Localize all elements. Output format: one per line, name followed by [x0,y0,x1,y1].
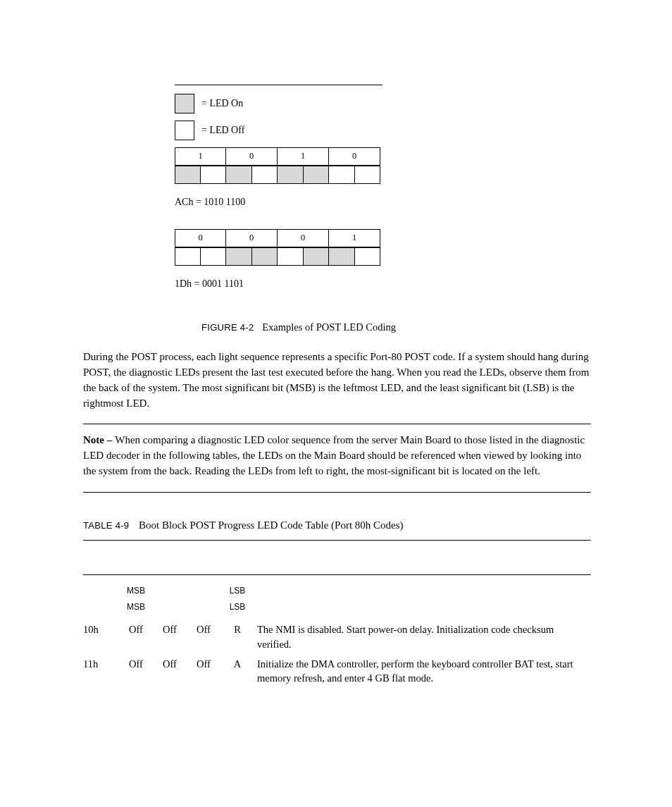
post-led-paragraph: During the POST process, each light sequ… [83,350,591,411]
segment2-label: 1Dh = 0001 1101 [175,277,591,291]
nibble-top-cell: 0 [226,229,278,247]
note-top-rule [83,424,591,424]
nibble1-top-row: 1010 [175,147,380,166]
nibble-bot-cell [329,166,355,184]
nibble-bot-cell [226,247,252,266]
note-lead: Note – [83,434,112,445]
nibble-bot-cell [175,166,201,184]
nibble-top-cell: 0 [175,229,226,247]
page: = LED On = LED Off 1010 ACh = 1010 1100 … [0,0,672,807]
cell-led: Off [122,620,156,654]
nibble-bot-cell [201,247,227,266]
cell-led: Off [156,620,189,654]
segment1-label: ACh = 1010 1100 [175,195,591,209]
table-caption: TABLE 4-9 Boot Block POST Progress LED C… [83,518,591,533]
note-bottom-rule [83,492,591,493]
table-head-row-1: MSB LSB [83,575,591,598]
nibble-bot-cell [304,166,330,184]
figure-led-coding: = LED On = LED Off 1010 ACh = 1010 1100 … [175,85,591,334]
cell-led: A [223,654,257,689]
figure-number: FIGURE 4-2 [201,322,254,333]
figure-title: Examples of POST LED Coding [262,321,396,333]
nibble-bot-cell [226,166,252,184]
table-row: 11hOffOffOffAInitialize the DMA controll… [83,654,591,689]
col-blank1 [156,575,189,598]
legend-swatch-off [175,121,194,140]
nibble-bot-cell [304,247,330,266]
table-rule-heavy [83,540,591,541]
table-head-row-2: MSB LSB [83,598,591,620]
nibble-bot-cell [252,247,278,266]
nibble-top-cell: 1 [278,147,329,166]
cell-led: Off [122,654,156,689]
nibble-top-cell: 0 [278,229,329,247]
legend-row-off: = LED Off [175,121,591,140]
nibble-block-1: 1010 [175,147,591,184]
col-blank2 [189,575,223,598]
figure-caption: FIGURE 4-2 Examples of POST LED Coding [201,320,591,334]
nibble-top-cell: 0 [226,147,278,166]
nibble-block-2: 0001 [175,229,591,266]
col-lsb-2: LSB [223,598,257,620]
col-msb: MSB [122,575,156,598]
table-row: 10hOffOffOffRThe NMI is disabled. Start … [83,620,591,654]
nibble-bot-cell [329,247,355,266]
cell-led: Off [156,654,189,689]
col-desc [257,575,591,598]
cell-desc: Initialize the DMA controller, perform t… [257,654,591,689]
nibble-top-cell: 1 [175,147,226,166]
legend-top-rule [175,85,382,85]
nibble-bot-cell [201,166,227,184]
nibble-bot-cell [252,166,278,184]
nibble1-bottom-row [175,166,380,184]
legend-label-on: = LED On [201,97,243,111]
table-number: TABLE 4-9 [83,520,129,531]
legend-swatch-on [175,94,194,113]
legend-row-on: = LED On [175,94,591,113]
legend-label-off: = LED Off [201,123,244,137]
cell-led: Off [189,620,223,654]
nibble-bot-cell [175,247,201,266]
nibble2-top-row: 0001 [175,229,380,247]
col-lsb: LSB [223,575,257,598]
post-code-table: MSB LSB MSB LSB 10hOffOffOffRThe NMI is … [83,575,591,689]
table-title: Boot Block POST Progress LED Code Table … [139,519,403,531]
cell-led: Off [189,654,223,689]
cell-code: 11h [83,654,122,689]
nibble2-bottom-row [175,247,380,266]
nibble-top-cell: 1 [329,229,380,247]
nibble-bot-cell [355,166,381,184]
nibble-top-cell: 0 [329,147,380,166]
nibble-bot-cell [278,247,304,266]
col-code [83,575,122,598]
cell-led: R [223,620,257,654]
cell-code: 10h [83,620,122,654]
cell-desc: The NMI is disabled. Start power-on dela… [257,620,591,654]
note-body: When comparing a diagnostic LED color se… [83,434,585,476]
nibble-bot-cell [278,166,304,184]
note-block: Note –When comparing a diagnostic LED co… [83,433,591,479]
col-msb-2: MSB [122,598,156,620]
nibble-bot-cell [355,247,381,266]
